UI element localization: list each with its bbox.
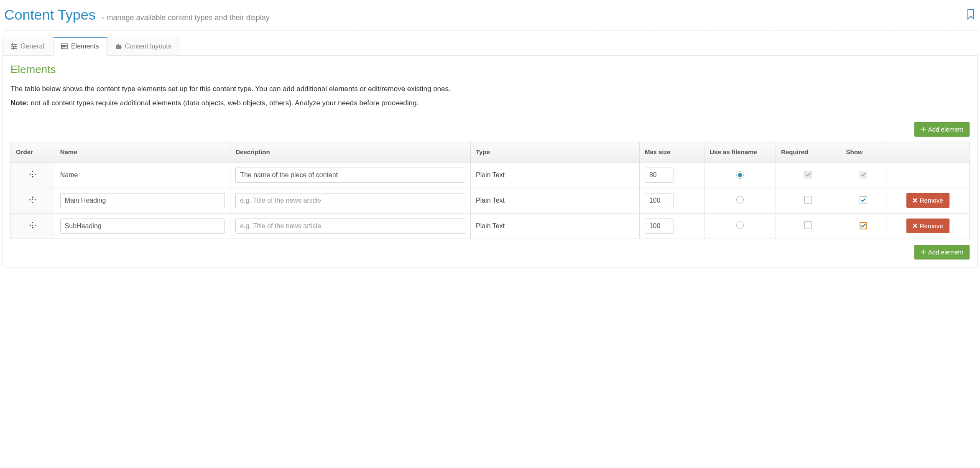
- th-name: Name: [55, 142, 230, 163]
- intro-note: Note: not all content types require addi…: [10, 98, 970, 109]
- tab-label: General: [20, 43, 44, 50]
- description-input[interactable]: [235, 219, 465, 234]
- x-icon: [913, 222, 917, 229]
- table-row: Plain TextRemove: [11, 213, 970, 239]
- th-type: Type: [470, 142, 639, 163]
- svg-rect-9: [62, 48, 65, 48]
- plus-icon: [921, 126, 926, 133]
- button-label: Add element: [928, 126, 963, 133]
- description-input[interactable]: [235, 168, 465, 183]
- intro-line1: The table below shows the content type e…: [10, 84, 970, 94]
- svg-rect-0: [11, 44, 17, 45]
- show-checkbox[interactable]: [860, 222, 867, 229]
- tab-panel: Elements The table below shows the conte…: [3, 56, 977, 267]
- remove-button[interactable]: Remove: [906, 193, 949, 208]
- tabs: General Elements Content layouts: [3, 37, 977, 56]
- th-actions: [886, 142, 970, 163]
- toolbar-bottom: Add element: [10, 245, 970, 259]
- page-title: Content Types: [4, 7, 96, 23]
- move-icon[interactable]: [29, 171, 36, 179]
- tab-general[interactable]: General: [3, 37, 52, 55]
- th-description: Description: [230, 142, 471, 163]
- intro-note-text: not all content types require additional…: [28, 99, 419, 107]
- page-subtitle: » manage available content types and the…: [102, 13, 270, 22]
- page-header: Content Types » manage available content…: [3, 3, 977, 31]
- section-title: Elements: [10, 63, 970, 76]
- use-as-filename-radio[interactable]: [736, 221, 744, 229]
- tab-label: Content layouts: [125, 43, 171, 50]
- svg-rect-5: [13, 47, 14, 50]
- toolbar-top: Add element: [10, 122, 970, 137]
- type-label: Plain Text: [476, 171, 505, 178]
- svg-rect-1: [12, 43, 13, 46]
- th-use-as-filename: Use as filename: [704, 142, 776, 163]
- type-label: Plain Text: [476, 197, 505, 204]
- required-checkbox: [804, 171, 812, 178]
- svg-rect-2: [11, 46, 17, 47]
- subtitle-text: manage available content types and their…: [107, 13, 269, 22]
- th-required: Required: [776, 142, 841, 163]
- tab-label: Elements: [71, 43, 99, 50]
- use-as-filename-radio[interactable]: [736, 196, 744, 203]
- svg-rect-8: [62, 46, 66, 47]
- svg-rect-3: [15, 45, 15, 48]
- svg-rect-7: [62, 45, 66, 46]
- description-input[interactable]: [235, 193, 465, 208]
- chevron-double-right-icon: »: [102, 14, 104, 21]
- table-header-row: Order Name Description Type Max size Use…: [11, 142, 970, 163]
- button-label: Remove: [920, 222, 943, 229]
- th-order: Order: [11, 142, 55, 163]
- maxsize-input[interactable]: [645, 193, 674, 208]
- tab-content-layouts[interactable]: Content layouts: [107, 37, 179, 55]
- svg-rect-13: [921, 252, 926, 252]
- plus-icon: [921, 249, 926, 256]
- name-label: Name: [60, 171, 78, 178]
- move-icon[interactable]: [29, 196, 36, 205]
- required-checkbox[interactable]: [804, 196, 812, 203]
- divider: [10, 116, 970, 116]
- button-label: Remove: [920, 197, 943, 204]
- tab-elements[interactable]: Elements: [53, 37, 107, 56]
- move-icon[interactable]: [29, 222, 36, 230]
- remove-button[interactable]: Remove: [906, 219, 949, 233]
- button-label: Add element: [928, 249, 963, 256]
- th-max-size: Max size: [639, 142, 704, 163]
- header-left: Content Types » manage available content…: [4, 7, 270, 23]
- maxsize-input[interactable]: [645, 219, 674, 234]
- x-icon: [913, 197, 917, 204]
- maxsize-input[interactable]: [645, 168, 674, 183]
- type-label: Plain Text: [476, 222, 505, 229]
- name-input[interactable]: [60, 219, 225, 234]
- svg-rect-11: [921, 129, 926, 130]
- show-checkbox: [860, 171, 867, 178]
- elements-table: Order Name Description Type Max size Use…: [10, 142, 970, 239]
- use-as-filename-radio[interactable]: [736, 171, 744, 179]
- add-element-button-top[interactable]: Add element: [914, 122, 970, 137]
- th-show: Show: [841, 142, 886, 163]
- required-checkbox[interactable]: [804, 221, 812, 229]
- bookmark-icon[interactable]: [966, 8, 976, 21]
- intro-note-label: Note:: [10, 99, 28, 107]
- list-icon: [61, 43, 68, 50]
- show-checkbox[interactable]: [860, 196, 867, 204]
- name-input[interactable]: [60, 193, 225, 208]
- add-element-button-bottom[interactable]: Add element: [914, 245, 970, 259]
- table-row: NamePlain Text: [11, 162, 970, 188]
- table-row: Plain TextRemove: [11, 188, 970, 213]
- sliders-icon: [10, 43, 17, 50]
- puzzle-icon: [115, 43, 122, 50]
